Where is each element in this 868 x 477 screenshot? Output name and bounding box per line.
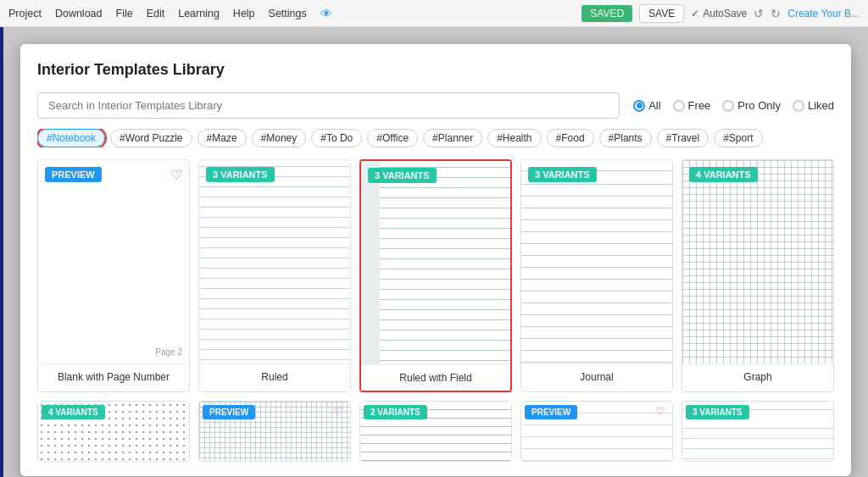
template-blank-page[interactable]: Page 2 PREVIEW ♡ Blank with Page Number (37, 159, 190, 392)
template-label-ruled-field: Ruled with Field (361, 364, 510, 391)
search-input-wrap (37, 92, 620, 119)
tag-plants[interactable]: #Plants (599, 129, 652, 147)
tag-notebook[interactable]: #Notebook (37, 129, 105, 147)
tag-maze[interactable]: #Maze (198, 129, 247, 147)
template-preview-blank: Page 2 PREVIEW ♡ (38, 160, 189, 363)
autosave-label: AutoSave (703, 8, 747, 19)
template-preview-ruled: 3 VARIANTS (199, 160, 350, 363)
template-dot[interactable]: 4 VARIANTS (37, 401, 190, 462)
modal-title: Interior Templates Library (37, 61, 834, 79)
tag-word-puzzle[interactable]: #Word Puzzle (110, 129, 192, 147)
menu-bar-right: SAVED SAVE ✓ AutoSave ↺ ↻ Create Your B.… (581, 4, 860, 23)
ruled-lines-pattern (199, 160, 350, 363)
badge-ruled: 3 VARIANTS (206, 167, 275, 182)
tags-row: #Notebook #Word Puzzle #Maze #Money #To … (37, 129, 834, 147)
heart-icon-blank[interactable]: ♡ (170, 167, 182, 183)
modal-overlay: Interior Templates Library All Free (3, 27, 868, 477)
tag-sport[interactable]: #Sport (714, 129, 762, 147)
menu-edit[interactable]: Edit (147, 8, 165, 19)
template-label-journal: Journal (521, 363, 672, 390)
template-preview-ruled-field: 3 VARIANTS (361, 161, 510, 364)
radio-dot-free (673, 100, 685, 112)
tag-food[interactable]: #Food (547, 129, 594, 147)
template-journal[interactable]: 3 VARIANTS Journal (520, 159, 673, 392)
radio-liked[interactable]: Liked (793, 99, 834, 112)
tag-money[interactable]: #Money (252, 129, 307, 147)
graph-grid-pattern (682, 160, 833, 363)
tag-todo[interactable]: #To Do (311, 129, 362, 147)
radio-dot-all (633, 100, 645, 112)
radio-liked-label: Liked (808, 99, 834, 112)
template-ruled2[interactable]: 3 VARIANTS (682, 401, 834, 462)
templates-grid-row2: 4 VARIANTS PREVIEW ♡ 2 VARIANTS (37, 401, 834, 462)
heart-icon-light-lines[interactable]: ♡ (655, 405, 665, 418)
radio-pro-only[interactable]: Pro Only (722, 99, 781, 112)
menu-help[interactable]: Help (233, 8, 255, 19)
templates-grid-row1: Page 2 PREVIEW ♡ Blank with Page Number … (37, 159, 834, 392)
template-label-ruled: Ruled (199, 363, 350, 390)
template-graph-small[interactable]: PREVIEW ♡ (198, 401, 351, 462)
create-book-button[interactable]: Create Your B... (787, 8, 860, 19)
badge-graph-small: PREVIEW (203, 405, 255, 419)
main-area: Interior Templates Library All Free (0, 27, 868, 477)
template-ruled-field[interactable]: 3 VARIANTS Ruled with Field (359, 159, 512, 392)
template-graph[interactable]: 4 VARIANTS Graph (682, 159, 834, 392)
badge-light-lines: PREVIEW (525, 405, 577, 419)
checkmark-icon: ✓ (691, 8, 699, 19)
template-preview-journal: 3 VARIANTS (521, 160, 672, 363)
radio-all-label: All (648, 99, 660, 112)
menu-learning[interactable]: Learning (178, 8, 220, 19)
tag-planner[interactable]: #Planner (423, 129, 482, 147)
radio-pro-label: Pro Only (737, 99, 781, 112)
eye-icon[interactable]: 👁 (320, 7, 332, 20)
autosave-toggle[interactable]: ✓ AutoSave (691, 8, 747, 19)
page-number-text: Page 2 (155, 347, 182, 357)
menu-download[interactable]: Download (55, 8, 103, 19)
badge-ruled-field: 3 VARIANTS (368, 168, 437, 183)
undo-button[interactable]: ↺ (754, 7, 764, 20)
template-light-lines[interactable]: PREVIEW ♡ (520, 401, 673, 462)
template-h-lines[interactable]: 2 VARIANTS (359, 401, 512, 462)
radio-all[interactable]: All (633, 99, 660, 112)
tag-office[interactable]: #Office (367, 129, 418, 147)
menu-bar: Project Download File Edit Learning Help… (0, 0, 868, 27)
templates-modal: Interior Templates Library All Free (20, 44, 851, 476)
search-row: All Free Pro Only Liked (37, 92, 834, 119)
radio-dot-pro (722, 100, 734, 112)
badge-ruled2: 3 VARIANTS (686, 405, 749, 419)
saved-button[interactable]: SAVED (581, 5, 632, 22)
template-ruled[interactable]: 3 VARIANTS Ruled (198, 159, 351, 392)
badge-journal: 3 VARIANTS (528, 167, 597, 182)
template-preview-graph: 4 VARIANTS (682, 160, 833, 363)
journal-lines-pattern (521, 160, 672, 363)
search-input[interactable] (37, 92, 620, 119)
menu-settings[interactable]: Settings (269, 8, 307, 19)
radio-free[interactable]: Free (673, 99, 711, 112)
radio-group: All Free Pro Only Liked (633, 99, 834, 112)
menu-file[interactable]: File (116, 8, 133, 19)
radio-free-label: Free (688, 99, 711, 112)
tag-health[interactable]: #Health (487, 129, 541, 147)
heart-icon-graph-small[interactable]: ♡ (333, 405, 343, 418)
redo-button[interactable]: ↻ (771, 7, 781, 20)
template-label-blank: Blank with Page Number (38, 363, 189, 390)
menu-project[interactable]: Project (8, 8, 42, 19)
badge-preview: PREVIEW (45, 167, 102, 182)
radio-dot-liked (793, 100, 804, 112)
blank-preview: Page 2 (38, 160, 189, 363)
tag-travel[interactable]: #Travel (657, 129, 709, 147)
badge-graph: 4 VARIANTS (689, 167, 758, 182)
badge-h-lines: 2 VARIANTS (364, 405, 427, 419)
badge-dot: 4 VARIANTS (42, 405, 105, 419)
ruled-field-pattern (361, 161, 510, 364)
save-button[interactable]: SAVE (639, 4, 684, 23)
template-label-graph: Graph (682, 363, 833, 390)
